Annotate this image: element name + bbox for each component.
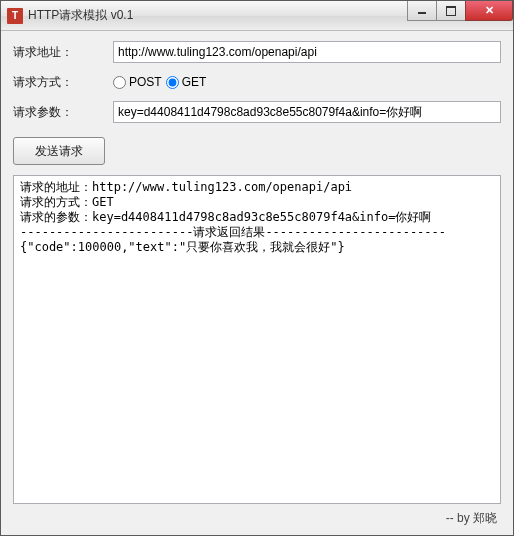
maximize-button[interactable] — [436, 1, 466, 21]
output-line-url: 请求的地址：http://www.tuling123.com/openapi/a… — [20, 180, 352, 194]
method-radio-group: POST GET — [113, 75, 206, 89]
row-params: 请求参数： — [13, 101, 501, 123]
close-button[interactable] — [465, 1, 513, 21]
send-button[interactable]: 发送请求 — [13, 137, 105, 165]
method-label: 请求方式： — [13, 74, 113, 91]
titlebar[interactable]: T HTTP请求模拟 v0.1 — [1, 1, 513, 31]
window-controls — [408, 1, 513, 21]
radio-get-label[interactable]: GET — [166, 75, 207, 89]
radio-get[interactable] — [166, 76, 179, 89]
output-line-params: 请求的参数：key=d4408411d4798c8ad93c8e55c8079f… — [20, 210, 431, 224]
row-url: 请求地址： — [13, 41, 501, 63]
output-response: {"code":100000,"text":"只要你喜欢我，我就会很好"} — [20, 240, 345, 254]
params-input[interactable] — [113, 101, 501, 123]
app-window: T HTTP请求模拟 v0.1 请求地址： 请求方式： POST GET — [0, 0, 514, 536]
radio-post[interactable] — [113, 76, 126, 89]
app-icon: T — [7, 8, 23, 24]
radio-post-label[interactable]: POST — [113, 75, 162, 89]
params-label: 请求参数： — [13, 104, 113, 121]
row-method: 请求方式： POST GET — [13, 71, 501, 93]
output-line-method: 请求的方式：GET — [20, 195, 114, 209]
radio-get-text: GET — [182, 75, 207, 89]
url-label: 请求地址： — [13, 44, 113, 61]
url-input[interactable] — [113, 41, 501, 63]
output-textarea[interactable]: 请求的地址：http://www.tuling123.com/openapi/a… — [13, 175, 501, 504]
footer-credit: -- by 郑晓 — [13, 504, 501, 527]
window-title: HTTP请求模拟 v0.1 — [28, 7, 133, 24]
client-area: 请求地址： 请求方式： POST GET 请求参数： 发送请求 请求的地址：ht… — [1, 31, 513, 535]
radio-post-text: POST — [129, 75, 162, 89]
minimize-button[interactable] — [407, 1, 437, 21]
output-divider: ------------------------请求返回结果----------… — [20, 225, 446, 239]
